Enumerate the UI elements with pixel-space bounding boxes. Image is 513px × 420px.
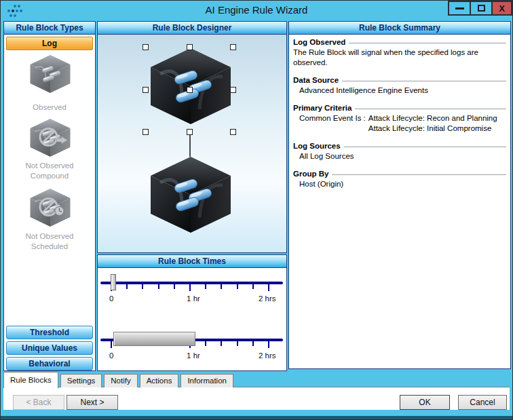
- timeline-range-bar[interactable]: [113, 332, 195, 346]
- minimize-button[interactable]: [448, 1, 471, 16]
- timeline-slider-1: 0 1 hr 2 hrs: [98, 272, 286, 320]
- observed-cube-icon[interactable]: [28, 54, 73, 94]
- tab-actions[interactable]: Actions: [140, 374, 179, 387]
- summary-section-group-by: Group By Host (Origin): [293, 169, 506, 189]
- ok-button[interactable]: OK: [400, 395, 450, 410]
- section-title: Log Observed: [293, 37, 345, 47]
- criteria-value: Attack Lifecycle: Initial Compromise: [368, 123, 497, 134]
- criteria-value: Attack Lifecycle: Recon and Planning: [368, 113, 497, 123]
- threshold-type-button[interactable]: Threshold: [6, 326, 93, 339]
- tick-label-0: 0: [109, 294, 113, 303]
- logrhythm-dots-icon: [6, 3, 22, 18]
- minimize-icon: [455, 7, 464, 9]
- maximize-button[interactable]: [470, 1, 493, 16]
- selection-handle-s[interactable]: [187, 129, 193, 135]
- not-observed-compound-cube-icon[interactable]: [28, 117, 73, 158]
- section-rule-line: [332, 174, 506, 175]
- rule-block-designer-header: Rule Block Designer: [98, 22, 286, 35]
- selection-handle-se[interactable]: [230, 129, 236, 135]
- criteria-values: Attack Lifecycle: Recon and Planning Att…: [368, 113, 497, 134]
- selection-handle-e[interactable]: [230, 87, 236, 93]
- maximize-icon: [478, 5, 485, 12]
- tick-label-2hrs: 2 hrs: [259, 294, 283, 303]
- tick-label-1hr: 1 hr: [182, 294, 205, 303]
- section-title: Primary Criteria: [293, 103, 352, 113]
- close-icon: X: [499, 4, 505, 13]
- titlebar: AI Engine Rule Wizard X: [1, 1, 512, 20]
- section-text: Advanced Intelligence Engine Events: [293, 85, 506, 96]
- footer-bar: < Back Next > OK Cancel: [3, 387, 510, 410]
- ai-engine-rule-wizard-window: AI Engine Rule Wizard X Rule Block Types…: [0, 0, 513, 420]
- rule-block-types-panel: Rule Block Types Log Observed Not Observ…: [3, 21, 96, 371]
- designer-canvas[interactable]: [98, 35, 286, 252]
- summary-section-primary-criteria: Primary Criteria Common Event Is : Attac…: [293, 103, 506, 134]
- summary-section-log-sources: Log Sources All Log Sources: [293, 141, 506, 161]
- log-type-button[interactable]: Log: [6, 37, 93, 50]
- tick-label-1hr: 1 hr: [182, 351, 205, 360]
- section-rule-line: [349, 43, 506, 43]
- rule-block-times-body: 0 1 hr 2 hrs 0 1 hr 2 hrs: [98, 268, 286, 370]
- section-text: Host (Origin): [293, 179, 506, 189]
- not-observed-scheduled-label: Not ObservedScheduled: [4, 231, 95, 252]
- timeline-ticks: [111, 284, 273, 292]
- selection-handle-ne[interactable]: [230, 44, 236, 50]
- section-text: All Log Sources: [293, 151, 506, 161]
- selection-handle-nw[interactable]: [142, 44, 149, 50]
- rule-block-times-panel: Rule Block Times 0 1 hr 2 hrs 0 1 hr 2 h…: [97, 254, 287, 371]
- rule-block-types-header: Rule Block Types: [4, 22, 95, 35]
- tab-information[interactable]: Information: [180, 374, 233, 387]
- summary-section-log-observed: Log Observed The Rule Block will signal …: [293, 37, 506, 68]
- tab-settings[interactable]: Settings: [60, 374, 102, 387]
- window-title: AI Engine Rule Wizard: [1, 1, 512, 20]
- rule-block-summary-body: Log Observed The Rule Block will signal …: [289, 35, 510, 368]
- unique-values-type-button[interactable]: Unique Values: [6, 341, 93, 355]
- summary-section-data-source: Data Source Advanced Intelligence Engine…: [293, 75, 506, 96]
- selection-handle-c[interactable]: [187, 87, 193, 93]
- criteria-label: Common Event Is :: [299, 113, 366, 134]
- behavioral-type-button[interactable]: Behavioral: [6, 357, 93, 370]
- tab-notify[interactable]: Notify: [104, 374, 137, 387]
- rule-block-cube-selected[interactable]: [147, 45, 235, 127]
- timeline-handle[interactable]: [111, 274, 116, 290]
- close-button[interactable]: X: [491, 1, 512, 16]
- not-observed-compound-label: Not ObservedCompound: [4, 161, 95, 181]
- selection-handle-w[interactable]: [142, 87, 149, 93]
- selection-handle-n[interactable]: [187, 44, 193, 50]
- section-rule-line: [344, 147, 506, 147]
- selection-handle-sw[interactable]: [142, 129, 149, 135]
- section-text: The Rule Block will signal when the spec…: [293, 47, 506, 68]
- section-title: Data Source: [293, 75, 339, 85]
- tick-label-0: 0: [109, 351, 113, 360]
- rule-block-times-header: Rule Block Times: [98, 255, 286, 268]
- back-button[interactable]: < Back: [13, 395, 64, 410]
- section-rule-line: [355, 109, 506, 109]
- next-button[interactable]: Next >: [66, 395, 118, 410]
- rule-block-summary-header: Rule Block Summary: [289, 22, 510, 35]
- tick-label-2hrs: 2 hrs: [259, 351, 283, 360]
- timeline-slider-2: 0 1 hr 2 hrs: [98, 329, 286, 377]
- section-title: Group By: [293, 169, 328, 179]
- rule-block-summary-panel: Rule Block Summary Log Observed The Rule…: [288, 21, 511, 369]
- wizard-tabstrip: Rule Blocks Settings Notify Actions Info…: [3, 371, 235, 387]
- cancel-button[interactable]: Cancel: [458, 395, 507, 410]
- not-observed-scheduled-cube-icon[interactable]: [28, 187, 73, 228]
- tab-rule-blocks[interactable]: Rule Blocks: [3, 372, 58, 388]
- window-bottom-edge: [1, 416, 512, 419]
- window-controls: X: [449, 1, 512, 16]
- observed-label: Observed: [4, 102, 95, 113]
- section-title: Log Sources: [293, 141, 341, 151]
- rule-block-cube[interactable]: [147, 154, 235, 235]
- rule-block-designer-panel: Rule Block Designer: [97, 21, 287, 253]
- section-rule-line: [342, 81, 506, 81]
